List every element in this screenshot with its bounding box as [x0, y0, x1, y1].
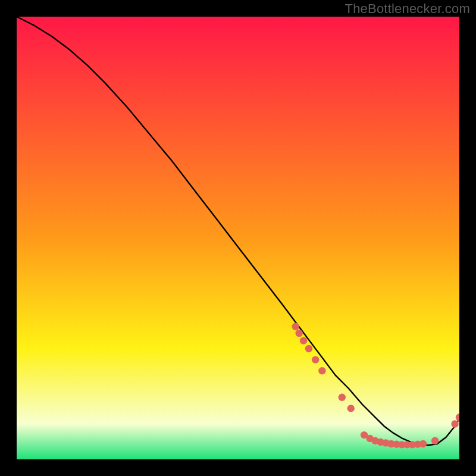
gradient-background	[17, 17, 459, 459]
data-dot	[292, 323, 299, 330]
data-dot	[318, 367, 325, 374]
data-dot	[431, 437, 439, 444]
data-dot	[296, 330, 303, 337]
data-dot	[339, 394, 346, 401]
data-dot	[451, 420, 458, 427]
data-dot	[312, 356, 319, 363]
chart-stage: TheBottlenecker.com	[0, 0, 476, 476]
watermark-text: TheBottlenecker.com	[345, 1, 470, 17]
data-dot	[300, 337, 307, 344]
data-dot	[347, 405, 355, 412]
chart-svg	[17, 17, 459, 459]
data-dot	[305, 345, 312, 352]
data-dot	[419, 440, 427, 447]
chart-plot	[17, 17, 459, 459]
